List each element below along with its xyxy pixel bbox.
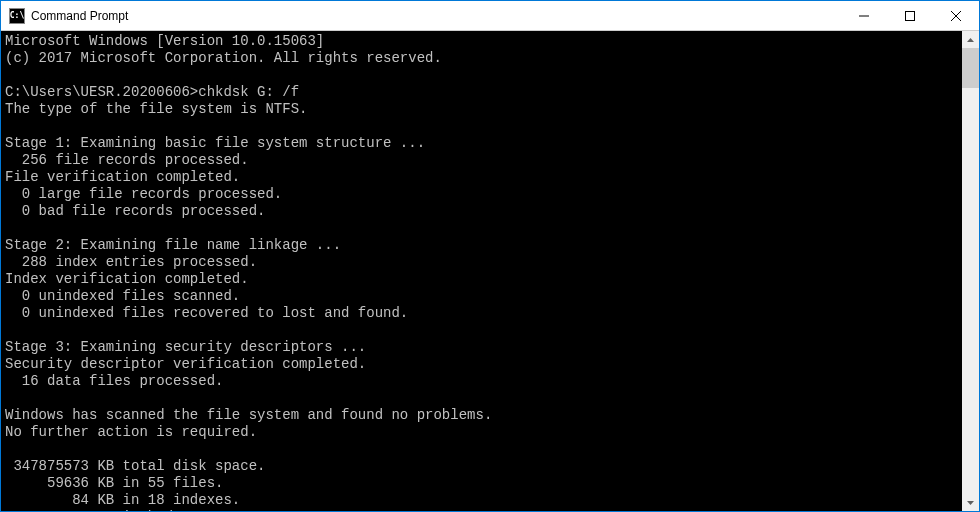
terminal-output[interactable]: Microsoft Windows [Version 10.0.15063] (… bbox=[1, 31, 962, 511]
scrollbar-thumb[interactable] bbox=[962, 48, 979, 88]
window-title: Command Prompt bbox=[31, 9, 841, 23]
svg-rect-0 bbox=[906, 11, 915, 20]
scroll-down-arrow-icon[interactable] bbox=[962, 494, 979, 511]
maximize-button[interactable] bbox=[887, 1, 933, 30]
scroll-up-arrow-icon[interactable] bbox=[962, 31, 979, 48]
scrollbar-track[interactable] bbox=[962, 48, 979, 494]
window-controls bbox=[841, 1, 979, 30]
minimize-button[interactable] bbox=[841, 1, 887, 30]
titlebar: C:\ Command Prompt bbox=[1, 1, 979, 31]
vertical-scrollbar[interactable] bbox=[962, 31, 979, 511]
app-icon: C:\ bbox=[9, 8, 25, 24]
close-button[interactable] bbox=[933, 1, 979, 30]
terminal-container: Microsoft Windows [Version 10.0.15063] (… bbox=[1, 31, 979, 511]
